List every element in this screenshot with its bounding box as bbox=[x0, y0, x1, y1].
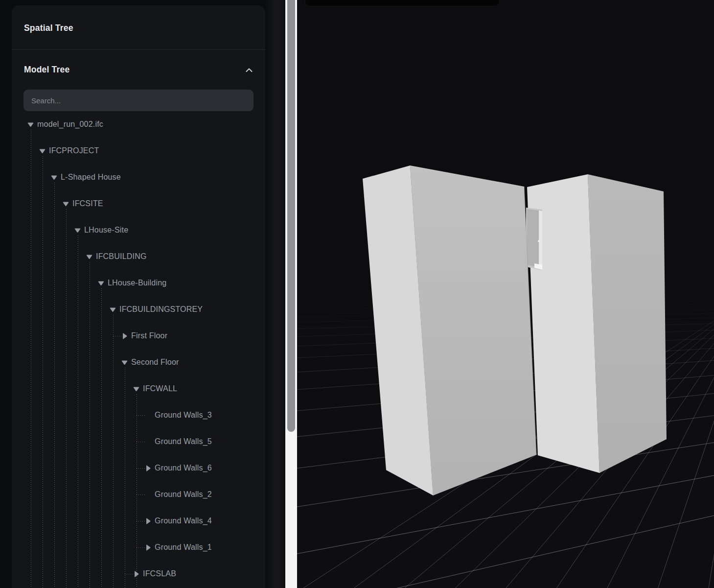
triangle-right-icon[interactable] bbox=[144, 544, 152, 551]
tree-connector-line bbox=[125, 574, 133, 574]
tree-item-label: Ground Walls_2 bbox=[155, 490, 212, 499]
tree-connector-line bbox=[137, 521, 145, 521]
triangle-down-icon[interactable] bbox=[121, 359, 128, 366]
tree-connector-line bbox=[137, 494, 145, 495]
triangle-right-icon[interactable] bbox=[144, 465, 152, 472]
building-right-block-side-face[interactable] bbox=[588, 174, 667, 473]
tree-guide-line bbox=[43, 156, 43, 588]
tree-guide-line bbox=[31, 130, 31, 588]
tree-item-label: model_run_002.ifc bbox=[37, 120, 103, 129]
triangle-down-icon[interactable] bbox=[133, 385, 140, 393]
viewport-3d[interactable] bbox=[297, 0, 714, 588]
tree-guide-line bbox=[78, 235, 78, 588]
tree-row[interactable]: First Floor bbox=[121, 323, 167, 349]
tree-item-label: IFCWALL bbox=[143, 384, 177, 393]
tree-guide-line bbox=[101, 288, 102, 588]
tree-guide-line bbox=[113, 315, 114, 588]
tree-guide-line bbox=[54, 183, 55, 588]
triangle-right-icon[interactable] bbox=[121, 332, 128, 340]
tree-item-label: Ground Walls_5 bbox=[155, 437, 212, 446]
tree-item-label: IFCSITE bbox=[72, 199, 103, 208]
tree-item-label: Ground Walls_3 bbox=[155, 411, 212, 420]
tree-item-label: Ground Walls_4 bbox=[155, 517, 212, 525]
triangle-down-icon[interactable] bbox=[39, 147, 46, 155]
tree-connector-line bbox=[137, 547, 145, 548]
tree-guide-line bbox=[125, 368, 125, 588]
tree-item-label: IFCSLAB bbox=[143, 569, 176, 578]
triangle-right-icon[interactable] bbox=[144, 517, 152, 525]
triangle-down-icon[interactable] bbox=[109, 306, 116, 313]
tree-item-label: LHouse-Building bbox=[108, 279, 166, 287]
tree-item-label: IFCPROJECT bbox=[49, 146, 99, 155]
tree-guide-line bbox=[137, 394, 137, 588]
triangle-down-icon[interactable] bbox=[50, 174, 58, 181]
tree-row[interactable]: LHouse-Site bbox=[74, 217, 128, 243]
tree-row[interactable]: Ground Walls_3 bbox=[144, 402, 212, 428]
tree-leaf-spacer bbox=[144, 415, 155, 416]
triangle-down-icon[interactable] bbox=[62, 200, 69, 208]
tree-item-label: LHouse-Site bbox=[84, 226, 128, 235]
tree-leaf-spacer bbox=[144, 494, 155, 495]
tree-row[interactable]: Ground Walls_2 bbox=[144, 481, 212, 508]
tree-row[interactable]: IFCBUILDINGSTOREY bbox=[109, 296, 203, 323]
triangle-down-icon[interactable] bbox=[97, 280, 105, 287]
triangle-down-icon[interactable] bbox=[74, 227, 81, 234]
tree-item-label: Second Floor bbox=[131, 358, 179, 367]
tree-row[interactable]: IFCPROJECT bbox=[39, 138, 99, 164]
tree-row[interactable]: Second Floor bbox=[121, 349, 179, 376]
tree-item-label: First Floor bbox=[131, 331, 167, 340]
tree-item-label: IFCBUILDINGSTOREY bbox=[119, 305, 203, 314]
tree-row[interactable]: IFCBUILDING bbox=[86, 243, 147, 270]
sidebar-scrollbar-thumb[interactable] bbox=[287, 0, 295, 432]
tree-row[interactable]: Ground Walls_1 bbox=[144, 534, 212, 561]
tree-connector-line bbox=[137, 442, 145, 442]
panel-gap bbox=[265, 0, 285, 588]
tree-connector-line bbox=[137, 468, 145, 469]
tree-row[interactable]: Ground Walls_6 bbox=[144, 455, 212, 481]
triangle-right-icon[interactable] bbox=[133, 570, 140, 578]
tree-item-label: Ground Walls_6 bbox=[155, 464, 212, 472]
tree-row[interactable]: LHouse-Building bbox=[97, 270, 166, 296]
building-door-opening[interactable] bbox=[526, 208, 542, 270]
app-window: Spatial Tree Model Tree model_run_002.if… bbox=[0, 0, 714, 588]
model-tree: model_run_002.ifcIFCPROJECTL-Shaped Hous… bbox=[0, 0, 285, 588]
tree-row[interactable]: model_run_002.ifc bbox=[27, 111, 103, 138]
tree-item-label: IFCBUILDING bbox=[96, 252, 147, 261]
tree-row[interactable]: IFCSLAB bbox=[133, 561, 176, 587]
tree-item-label: Ground Walls_1 bbox=[155, 543, 212, 552]
tree-row[interactable]: IFCWALL bbox=[133, 376, 177, 402]
tree-row[interactable]: Ground Walls_5 bbox=[144, 428, 212, 455]
tree-row[interactable]: Ground Walls_4 bbox=[144, 508, 212, 534]
tree-guide-line bbox=[66, 209, 67, 588]
tree-guide-line bbox=[90, 262, 90, 588]
tree-connector-line bbox=[137, 415, 145, 416]
ifc-building-model[interactable] bbox=[297, 0, 714, 588]
tree-row[interactable]: L-Shaped House bbox=[50, 164, 121, 190]
tree-leaf-spacer bbox=[144, 442, 155, 442]
tree-item-label: L-Shaped House bbox=[61, 173, 121, 182]
tree-connector-line bbox=[113, 336, 121, 336]
tree-row[interactable]: IFCSITE bbox=[62, 190, 103, 217]
viewport-toolbar-remnant bbox=[305, 0, 500, 6]
triangle-down-icon[interactable] bbox=[27, 121, 34, 128]
sidebar-scrollbar-track[interactable] bbox=[285, 0, 297, 588]
triangle-down-icon[interactable] bbox=[86, 253, 93, 260]
